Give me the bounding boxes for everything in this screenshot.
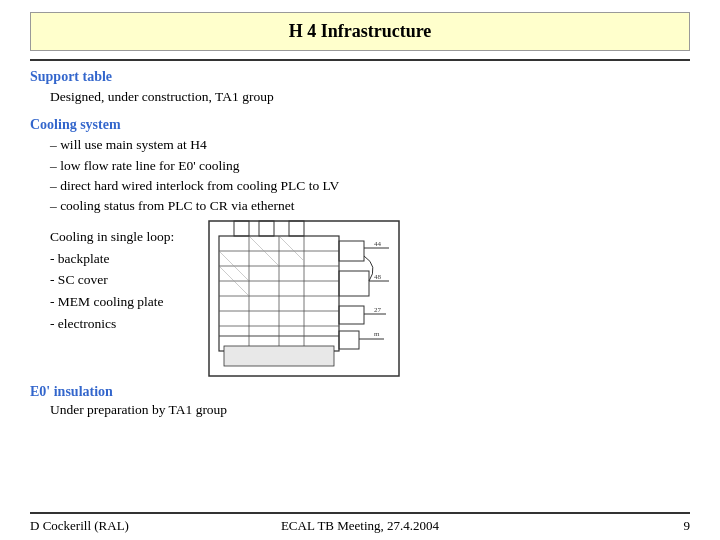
svg-text:27: 27 xyxy=(374,306,382,314)
slide-container: H 4 Infrastructure Support table Designe… xyxy=(0,0,720,540)
cooling-system-body: – will use main system at H4 – low flow … xyxy=(50,135,690,216)
cooling-line-2: – low flow rate line for E0' cooling xyxy=(50,156,690,176)
svg-text:48: 48 xyxy=(374,273,382,281)
cooling-single-item-2: - SC cover xyxy=(50,269,174,291)
cooling-single-text: Cooling in single loop: - backplate - SC… xyxy=(50,226,174,334)
support-table-body: Designed, under construction, TA1 group xyxy=(50,87,690,107)
cooling-single-item-4: - electronics xyxy=(50,313,174,335)
svg-text:m: m xyxy=(374,330,380,338)
content-area: Support table Designed, under constructi… xyxy=(0,61,720,506)
cooling-single-block: Cooling in single loop: - backplate - SC… xyxy=(30,226,690,376)
footer-left: D Cockerill (RAL) xyxy=(30,518,250,534)
e0-heading: E0' insulation xyxy=(30,384,690,400)
cooling-system-heading: Cooling system xyxy=(30,117,690,133)
support-table-section: Support table Designed, under constructi… xyxy=(30,69,690,107)
cooling-line-1: – will use main system at H4 xyxy=(50,135,690,155)
footer: D Cockerill (RAL) ECAL TB Meeting, 27.4.… xyxy=(0,514,720,540)
support-table-heading: Support table xyxy=(30,69,690,85)
footer-center: ECAL TB Meeting, 27.4.2004 xyxy=(250,518,470,534)
cooling-line-4: – cooling status from PLC to CR via ethe… xyxy=(50,196,690,216)
cooling-single-item-1: - backplate xyxy=(50,248,174,270)
slide-title: H 4 Infrastructure xyxy=(30,12,690,51)
cooling-single-heading: Cooling in single loop: xyxy=(50,226,174,248)
cooling-single-item-3: - MEM cooling plate xyxy=(50,291,174,313)
svg-text:44: 44 xyxy=(374,240,382,248)
cooling-line-3: – direct hard wired interlock from cooli… xyxy=(50,176,690,196)
support-table-text: Designed, under construction, TA1 group xyxy=(50,87,690,107)
e0-insulation-section: E0' insulation Under preparation by TA1 … xyxy=(30,384,690,418)
e0-body: Under preparation by TA1 group xyxy=(50,402,690,418)
cooling-system-section: Cooling system – will use main system at… xyxy=(30,117,690,216)
svg-rect-23 xyxy=(224,346,334,366)
footer-right: 9 xyxy=(470,518,690,534)
cooling-diagram: 44 48 27 m xyxy=(204,216,404,376)
